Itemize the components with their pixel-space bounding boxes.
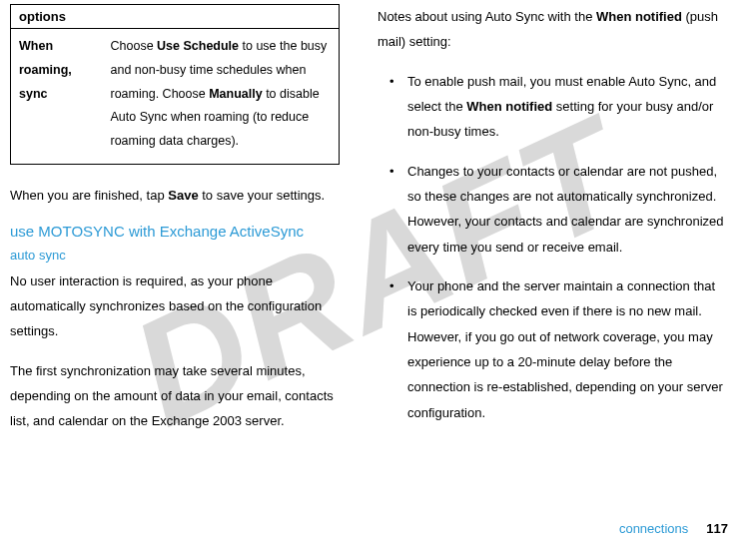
bold-term: When notified (596, 9, 682, 24)
right-column: Notes about using Auto Sync with the Whe… (378, 4, 728, 544)
heading-2: use MOTOSYNC with Exchange ActiveSync (10, 222, 340, 242)
text-run: Choose (111, 39, 158, 53)
page-content: options When roaming, sync Choose Use Sc… (0, 0, 756, 544)
option-key-line2: sync (19, 87, 48, 101)
heading-3: auto sync (10, 248, 340, 263)
options-table: options When roaming, sync Choose Use Sc… (10, 4, 340, 165)
option-key-line1: When roaming, (19, 39, 72, 77)
paragraph: When you are finished, tap Save to save … (10, 183, 340, 208)
list-item: To enable push mail, you must enable Aut… (378, 69, 728, 145)
list-item: Changes to your contacts or calendar are… (378, 159, 728, 260)
paragraph: The first synchronization may take sever… (10, 358, 340, 434)
text-run: Changes to your contacts or calendar are… (407, 164, 724, 255)
list-item: Your phone and the server maintain a con… (378, 273, 728, 425)
bold-term: Use Schedule (157, 39, 239, 53)
table-row: When roaming, sync Choose Use Schedule t… (11, 29, 340, 165)
bold-term: Save (168, 188, 198, 203)
paragraph: Notes about using Auto Sync with the Whe… (378, 4, 728, 55)
bold-term: Manually (209, 87, 263, 101)
bold-term: When notified (466, 99, 552, 114)
left-column: options When roaming, sync Choose Use Sc… (10, 4, 340, 544)
options-table-header: options (11, 5, 340, 29)
option-key: When roaming, sync (11, 29, 103, 165)
text-run: Notes about using Auto Sync with the (378, 9, 596, 24)
option-value: Choose Use Schedule to use the busy and … (103, 29, 340, 165)
bullet-list: To enable push mail, you must enable Aut… (378, 69, 728, 439)
text-run: to save your settings. (199, 188, 325, 203)
text-run: When you are finished, tap (10, 188, 168, 203)
paragraph: No user interaction is required, as your… (10, 269, 340, 344)
text-run: Your phone and the server maintain a con… (407, 278, 723, 420)
